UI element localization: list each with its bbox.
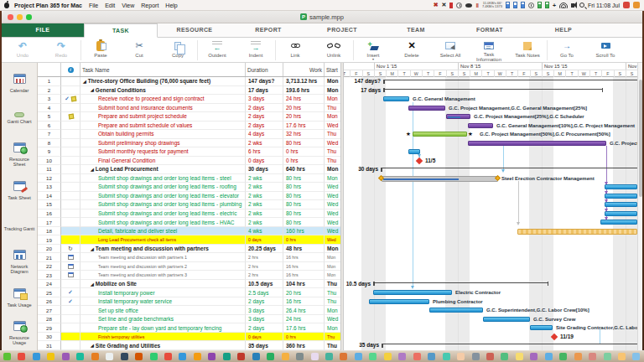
task-name-cell[interactable]: Team meeting and discussion with partner… — [80, 262, 246, 272]
row-number-cell[interactable]: 16 — [38, 209, 61, 219]
duration-cell[interactable]: 6 hrs — [246, 147, 283, 157]
expand-caret-icon[interactable]: ◢ — [91, 282, 94, 287]
network-stats[interactable]: 11.0KB/s 66° 7.4KB/s 1373 — [482, 2, 502, 8]
start-cell[interactable]: Mon — [325, 271, 340, 280]
disk-meter-icon[interactable] — [521, 2, 525, 8]
paste-button[interactable]: Paste — [81, 38, 120, 62]
task-name-cell[interactable]: Final General Condition — [80, 157, 246, 166]
start-cell[interactable]: Wed — [325, 227, 340, 236]
duration-cell[interactable]: 3 days — [246, 95, 283, 104]
go-to-button[interactable]: →Go To — [548, 38, 586, 62]
dock-app-icon[interactable] — [296, 353, 304, 360]
table-row[interactable]: 21Team meeting and discussion with partn… — [38, 253, 340, 262]
table-row[interactable]: 7Obtain building permits4 days32 hrsThu — [38, 130, 340, 139]
row-number-cell[interactable]: 17 — [38, 218, 61, 227]
timeline-week-label[interactable]: Nov 8 '15 — [458, 63, 542, 70]
row-number-header[interactable] — [38, 63, 61, 76]
duration-cell[interactable]: 2 days — [246, 297, 283, 307]
task-name-cell[interactable]: Install temporary water service — [80, 297, 246, 307]
battery-meter-icon[interactable] — [538, 2, 542, 8]
start-cell[interactable]: Mon — [325, 306, 340, 315]
start-cell[interactable]: Wed — [325, 183, 340, 192]
cpu-meter-icon[interactable] — [506, 2, 510, 8]
task-name-cell[interactable]: Submit preliminary shop drawings — [80, 139, 246, 148]
work-cell[interactable]: 104 hrs — [283, 280, 325, 289]
gantt-task-bar[interactable] — [382, 176, 498, 182]
start-cell[interactable]: Thu — [325, 333, 340, 342]
table-row[interactable]: 24◢Mobilize on Site10.5 days104 hrsThu — [38, 280, 340, 289]
work-cell[interactable]: 24 hrs — [283, 95, 325, 104]
duration-cell[interactable]: 2 wks — [246, 183, 283, 192]
table-row[interactable]: 25✓Install temporary power2.5 days20 hrs… — [38, 288, 340, 297]
start-cell[interactable]: Wed — [325, 218, 340, 227]
duration-cell[interactable]: 2 days — [246, 112, 283, 122]
row-number-cell[interactable]: 23 — [38, 271, 61, 280]
sidebar-item-task-sheet[interactable]: Task Sheet — [2, 172, 37, 208]
dock-app-icon[interactable] — [62, 353, 70, 360]
row-number-cell[interactable]: 3 — [38, 95, 61, 104]
sidebar-item-calendar[interactable]: Calendar — [2, 65, 37, 101]
summary-bracket-bar[interactable] — [382, 344, 637, 348]
tab-resource[interactable]: RESOURCE — [158, 23, 231, 37]
dock-app-icon[interactable] — [516, 353, 523, 360]
dock-app-icon[interactable] — [545, 353, 553, 360]
duration-cell[interactable]: 2 hrs — [246, 271, 283, 280]
work-cell[interactable]: 0 hrs — [283, 147, 325, 157]
sidebar-item-tracking-gantt[interactable]: Tracking Gantt — [2, 207, 37, 243]
dock-app-icon[interactable] — [443, 353, 450, 360]
eye-icon[interactable] — [465, 3, 472, 8]
duration-cell[interactable]: 3 days — [246, 306, 283, 315]
task-name-cell[interactable]: Team meeting and discussion with partner… — [80, 253, 246, 262]
dock-app-icon[interactable] — [413, 353, 421, 360]
dock-app-icon[interactable] — [121, 353, 128, 360]
dock-app-icon[interactable] — [472, 353, 480, 360]
start-cell[interactable]: Wed — [325, 122, 340, 131]
dock-app-icon[interactable] — [311, 353, 319, 360]
undo-button[interactable]: ↶Undo — [3, 38, 42, 62]
task-name-cell[interactable]: Set up site office — [80, 306, 246, 315]
start-cell[interactable]: Mon — [325, 174, 340, 184]
task-name-cell[interactable]: Submit shop drawings and order long lead… — [80, 183, 246, 192]
work-cell[interactable]: 16 hrs — [283, 262, 325, 272]
row-number-cell[interactable]: 4 — [38, 104, 61, 113]
dock-app-icon[interactable] — [355, 353, 362, 360]
duration-cell[interactable]: 0 days — [246, 235, 283, 245]
sidebar-item-gantt-chart[interactable]: Gantt Chart — [2, 101, 37, 137]
gantt-task-bar[interactable] — [408, 106, 445, 111]
task-name-cell[interactable]: Install temporary power — [80, 288, 246, 297]
timeline-day-cell[interactable]: T — [397, 70, 409, 77]
timeline-day-cell[interactable]: T — [589, 70, 601, 77]
table-row[interactable]: 20↻◢Team meeting and discussion with par… — [38, 245, 340, 254]
table-row[interactable]: 31◢Site Grading and Utilities35 days360 … — [38, 341, 340, 350]
task-name-cell[interactable]: Finish temporay utilities — [80, 333, 246, 342]
timeline-week-label[interactable]: Nov 15 '15 — [542, 63, 626, 70]
tab-project[interactable]: PROJECT — [305, 23, 379, 37]
dock-app-icon[interactable] — [589, 353, 596, 360]
work-cell[interactable]: 26.4 hrs — [283, 306, 325, 315]
work-cell[interactable]: 48 hrs — [283, 245, 325, 254]
summary-bracket-bar[interactable] — [381, 168, 637, 172]
dock-app-icon[interactable] — [252, 353, 260, 360]
timeline-day-cell[interactable]: T — [506, 70, 517, 77]
task-name-cell[interactable]: Obtain building permits — [80, 130, 246, 139]
timeline-day-cell[interactable]: F — [350, 70, 361, 77]
gantt-task-bar[interactable] — [468, 141, 606, 146]
row-number-cell[interactable]: 9 — [38, 147, 61, 157]
timeline-day-cell[interactable]: W — [410, 70, 422, 77]
dock-app-icon[interactable] — [76, 353, 84, 360]
dock-app-icon[interactable] — [179, 353, 186, 360]
row-number-cell[interactable]: 11 — [38, 165, 61, 174]
gantt-task-bar[interactable] — [483, 317, 530, 322]
duration-cell[interactable]: 0 days — [246, 157, 283, 166]
gantt-task-bar[interactable] — [605, 202, 637, 207]
start-cell[interactable]: Thu — [325, 147, 340, 157]
gantt-task-bar[interactable] — [429, 308, 483, 313]
dock-app-icon[interactable] — [208, 353, 216, 360]
work-cell[interactable]: 17.6 hrs — [283, 323, 325, 333]
timeline-day-cell[interactable]: S — [458, 70, 470, 77]
dock-app-icon[interactable] — [486, 353, 494, 360]
duration-cell[interactable]: 2 wks — [246, 209, 283, 219]
green-meter-icon[interactable] — [545, 2, 549, 8]
dock-app-icon[interactable] — [398, 353, 406, 360]
table-row[interactable]: 2◢General Conditions17 days193.6 hrsMon — [38, 86, 340, 96]
